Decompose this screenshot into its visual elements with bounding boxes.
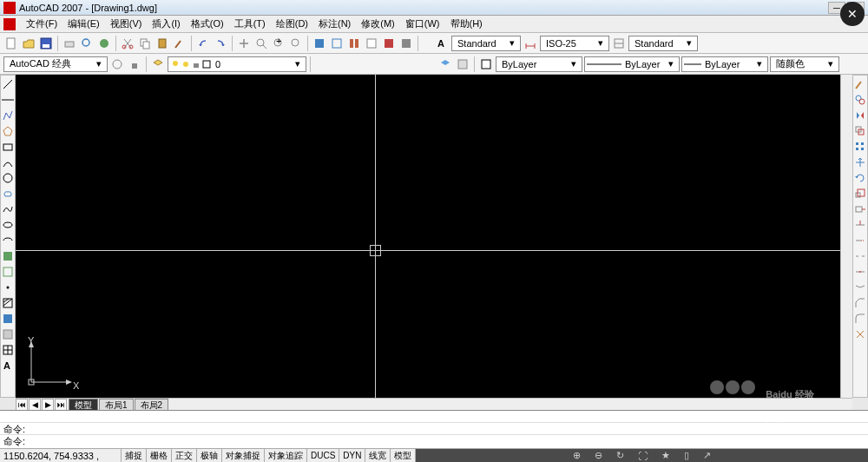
region-icon[interactable]: [1, 327, 15, 341]
redo-icon[interactable]: [213, 36, 228, 51]
color-combo[interactable]: ByLayer▾: [496, 56, 582, 72]
spline-icon[interactable]: [1, 202, 15, 216]
fullscreen-icon[interactable]: ⛶: [638, 451, 648, 461]
hatch-icon[interactable]: [1, 296, 15, 310]
drawing-canvas[interactable]: Y X: [16, 75, 840, 398]
mtext-icon[interactable]: A: [1, 359, 15, 373]
erase-icon[interactable]: [853, 77, 867, 91]
menu-draw[interactable]: 绘图(D): [271, 16, 313, 32]
chamfer-icon[interactable]: [853, 296, 867, 310]
pan-icon[interactable]: [236, 36, 252, 51]
join-icon[interactable]: [853, 280, 867, 294]
star-icon[interactable]: ★: [661, 450, 670, 461]
toolpalette-icon[interactable]: [346, 36, 362, 51]
tab-first-icon[interactable]: ⏮: [16, 399, 28, 411]
revcloud-icon[interactable]: [1, 187, 15, 201]
undo-icon[interactable]: [195, 36, 211, 51]
rotate-icon[interactable]: [853, 171, 867, 185]
tab-layout1[interactable]: 布局1: [99, 399, 134, 411]
match-icon[interactable]: [172, 36, 187, 51]
textstyle-icon[interactable]: A: [434, 36, 450, 51]
dim-style-combo[interactable]: ISO-25▾: [540, 36, 609, 51]
open-icon[interactable]: [21, 36, 36, 51]
osnap-toggle[interactable]: 对象捕捉: [222, 449, 265, 463]
phone-icon[interactable]: ▯: [684, 450, 689, 461]
circle-icon[interactable]: [1, 171, 15, 185]
zoom-out-icon[interactable]: ⊖: [595, 450, 602, 461]
coords-display[interactable]: 1150.6204, 754.9333 , 0.0000: [0, 449, 122, 463]
zoom-previous-icon[interactable]: [288, 36, 304, 51]
workspace-settings-icon[interactable]: [109, 56, 125, 72]
workspace-lock-icon[interactable]: [127, 56, 142, 72]
menu-help[interactable]: 帮助(H): [445, 16, 488, 32]
block-make-icon[interactable]: [1, 265, 15, 279]
rectangle-icon[interactable]: [1, 140, 15, 154]
menu-edit[interactable]: 编辑(E): [62, 16, 105, 32]
offset-icon[interactable]: [853, 124, 867, 138]
menu-file[interactable]: 文件(F): [21, 16, 62, 32]
preview-icon[interactable]: [79, 36, 95, 51]
arc-icon[interactable]: [1, 155, 15, 169]
ducs-toggle[interactable]: DUCS: [307, 449, 339, 463]
polar-toggle[interactable]: 极轴: [197, 449, 222, 463]
zoom-window-icon[interactable]: +: [271, 36, 286, 51]
plotstyle-combo[interactable]: 随颜色▾: [770, 56, 839, 72]
plot-icon[interactable]: [62, 36, 77, 51]
publish-icon[interactable]: [96, 36, 112, 51]
menu-format[interactable]: 格式(O): [186, 16, 229, 32]
zoom-in-icon[interactable]: ⊕: [573, 450, 581, 461]
break-icon[interactable]: [853, 265, 867, 279]
markup-icon[interactable]: [381, 36, 397, 51]
tab-layout2[interactable]: 布局2: [135, 399, 169, 411]
tab-model[interactable]: 模型: [69, 399, 98, 411]
stretch-icon[interactable]: [853, 202, 867, 216]
block-insert-icon[interactable]: [1, 249, 15, 263]
tab-prev-icon[interactable]: ◀: [29, 399, 41, 411]
menu-tools[interactable]: 工具(T): [229, 16, 271, 32]
table-style-combo[interactable]: Standard▾: [628, 36, 698, 51]
color-icon[interactable]: [478, 56, 494, 72]
polyline-icon[interactable]: [1, 109, 15, 122]
grid-toggle[interactable]: 栅格: [147, 449, 172, 463]
model-toggle[interactable]: 模型: [391, 449, 416, 463]
layer-states-icon[interactable]: [455, 56, 470, 72]
extend-icon[interactable]: [853, 234, 867, 248]
dcenter-icon[interactable]: [329, 36, 345, 51]
break-point-icon[interactable]: [853, 249, 867, 263]
tab-next-icon[interactable]: ▶: [42, 399, 54, 411]
vertical-scrollbar[interactable]: [840, 75, 852, 398]
mirror-icon[interactable]: [853, 109, 867, 122]
tab-last-icon[interactable]: ⏭: [55, 399, 67, 411]
command-line[interactable]: 命令: 命令:: [0, 410, 868, 448]
ellipse-arc-icon[interactable]: [1, 234, 15, 248]
ellipse-icon[interactable]: [1, 218, 15, 232]
gradient-icon[interactable]: [1, 312, 15, 326]
new-icon[interactable]: [3, 36, 19, 51]
lineweight-combo[interactable]: ByLayer▾: [681, 56, 768, 72]
array-icon[interactable]: [853, 140, 867, 154]
save-icon[interactable]: [38, 36, 54, 51]
copy-icon[interactable]: [137, 36, 153, 51]
layer-manager-icon[interactable]: [150, 56, 166, 72]
scale-icon[interactable]: [853, 187, 867, 201]
calc-icon[interactable]: [398, 36, 414, 51]
dimstyle-icon[interactable]: [523, 36, 538, 51]
table-icon[interactable]: [1, 343, 15, 357]
menu-modify[interactable]: 修改(M): [356, 16, 400, 32]
otrack-toggle[interactable]: 对象追踪: [265, 449, 307, 463]
point-icon[interactable]: [1, 280, 15, 294]
tablestyle-icon[interactable]: [611, 36, 627, 51]
xline-icon[interactable]: [1, 93, 15, 107]
ortho-toggle[interactable]: 正交: [172, 449, 197, 463]
rotate-icon[interactable]: ↻: [616, 450, 624, 461]
explode-icon[interactable]: [853, 327, 867, 341]
line-icon[interactable]: [1, 77, 15, 91]
layer-combo[interactable]: 0▾: [168, 56, 306, 72]
lwt-toggle[interactable]: 线宽: [365, 449, 391, 463]
cmd-input[interactable]: 命令:: [0, 435, 868, 447]
menu-view[interactable]: 视图(V): [105, 16, 148, 32]
linetype-combo[interactable]: ByLayer▾: [584, 56, 680, 72]
close-button[interactable]: ✕: [840, 2, 865, 26]
cut-icon[interactable]: [120, 36, 135, 51]
layer-prev-icon[interactable]: [437, 56, 453, 72]
